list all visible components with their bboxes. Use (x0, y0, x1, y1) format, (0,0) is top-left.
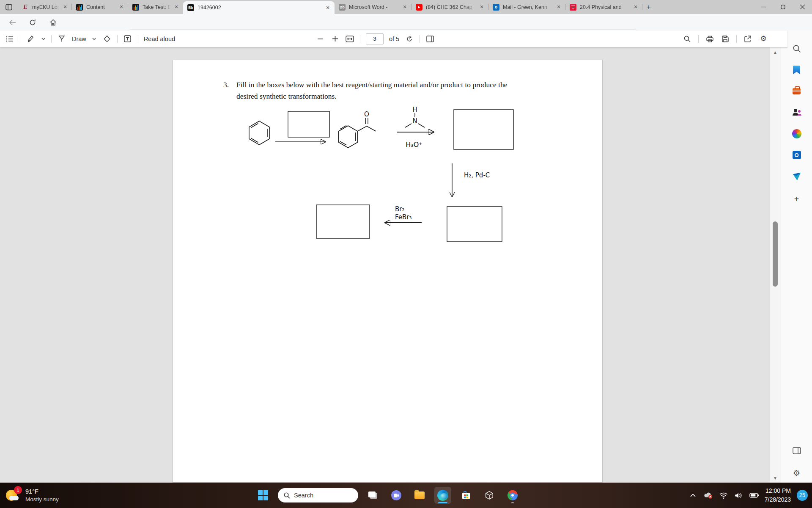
task-view-button[interactable] (365, 487, 381, 504)
page-number-input[interactable] (366, 33, 384, 44)
highlight-dropdown-chevron-icon[interactable] (41, 33, 46, 44)
windows-taskbar: 1 91°F Mostly sunny Search (0, 483, 812, 508)
window-restore-button[interactable] (773, 0, 793, 14)
tab-actions-icon (5, 3, 13, 11)
bromine-label: Br₂ (395, 205, 404, 213)
weather-badge: 1 (14, 486, 22, 494)
store-icon (461, 491, 471, 500)
clock-widget[interactable]: 12:00 PM 7/28/2023 (765, 486, 791, 504)
erase-button[interactable] (102, 33, 112, 44)
read-aloud-button[interactable]: Read aloud (144, 36, 175, 42)
sidebar-copilot-button[interactable] (790, 64, 803, 76)
sidebar-add-button[interactable]: + (790, 193, 803, 205)
tab-mcgraw-hill[interactable]: 20.4 Physical and ✕ (565, 0, 642, 14)
tab-content[interactable]: Content ✕ (72, 0, 128, 14)
pdf-settings-button[interactable]: ⚙ (759, 33, 768, 44)
rotate-button[interactable] (405, 33, 414, 44)
scroll-up-icon[interactable]: ▲ (770, 48, 781, 56)
outlook-favicon-icon: o (493, 4, 499, 11)
close-tab-icon[interactable]: ✕ (118, 4, 125, 11)
tab-title: Mail - Green, Kenn (503, 4, 553, 10)
close-tab-icon[interactable]: ✕ (173, 4, 180, 11)
edge-sidebar: O + ⚙ (781, 30, 812, 483)
people-icon (792, 108, 802, 116)
open-external-button[interactable] (743, 33, 752, 44)
draw-label[interactable]: Draw (72, 36, 86, 42)
carbonyl-oxygen-label: O (364, 110, 369, 118)
tray-chevron-button[interactable] (689, 491, 698, 500)
close-tab-icon[interactable]: ✕ (478, 4, 485, 11)
battery-button[interactable] (749, 491, 759, 500)
zoom-out-button[interactable] (315, 33, 325, 44)
dev-box-button[interactable] (481, 487, 498, 504)
highlight-button[interactable] (26, 33, 35, 44)
window-minimize-button[interactable] (754, 0, 773, 14)
weather-widget[interactable]: 1 91°F Mostly sunny (6, 484, 59, 506)
volume-button[interactable] (734, 491, 743, 500)
edge-icon (437, 490, 448, 501)
tab-title: 20.4 Physical and (580, 4, 630, 10)
sidebar-discover-button[interactable] (790, 127, 803, 140)
save-button[interactable] (721, 33, 730, 44)
add-text-button[interactable] (123, 33, 132, 44)
close-tab-icon[interactable]: ✕ (632, 4, 639, 11)
home-button[interactable] (46, 16, 60, 29)
edge-browser-button[interactable] (434, 487, 451, 504)
close-tab-icon[interactable]: ✕ (324, 4, 331, 11)
wifi-button[interactable] (719, 491, 728, 500)
tab-microsoft-word[interactable]: Bb Microsoft Word - ✕ (335, 0, 411, 14)
microsoft-store-button[interactable] (458, 487, 475, 504)
speaker-icon (735, 492, 743, 499)
battery-icon (749, 493, 759, 498)
page-view-button[interactable] (425, 33, 435, 44)
sidebar-outlook-button[interactable]: O (790, 149, 803, 161)
answer-box-product-2 (447, 207, 502, 242)
sidebar-people-button[interactable] (790, 106, 803, 119)
blackboard-bb-gray-favicon-icon: Bb (339, 4, 346, 11)
fit-to-width-button[interactable] (345, 33, 354, 44)
table-of-contents-button[interactable] (5, 33, 14, 44)
sidebar-toolbox-button[interactable] (790, 85, 803, 97)
benzene-structure (249, 121, 269, 145)
tab-actions-menu-button[interactable] (0, 0, 18, 14)
youtube-favicon-icon (416, 4, 422, 11)
tab-title: 19426002 (198, 5, 322, 11)
tab-outlook-mail[interactable]: o Mail - Green, Kenn ✕ (488, 0, 565, 14)
sidebar-panel-button[interactable] (790, 444, 803, 457)
scroll-down-icon[interactable]: ▼ (770, 474, 781, 482)
search-icon (284, 492, 290, 499)
close-tab-icon[interactable]: ✕ (555, 4, 562, 11)
draw-dropdown-chevron-icon[interactable] (92, 33, 97, 44)
save-icon (722, 36, 729, 42)
tab-take-test[interactable]: Take Test: Exam 2 ✕ (128, 0, 183, 14)
answer-box-product-3 (316, 205, 370, 238)
file-explorer-button[interactable] (411, 487, 428, 504)
tab-title: Content (86, 4, 115, 10)
search-document-button[interactable] (683, 33, 692, 44)
sidebar-search-button[interactable] (790, 42, 803, 55)
onedrive-status-button[interactable] (704, 491, 713, 500)
back-button[interactable] (5, 16, 19, 29)
scrollbar-thumb[interactable] (773, 221, 778, 287)
zoom-in-button[interactable] (330, 33, 340, 44)
draw-button[interactable] (57, 33, 66, 44)
notification-count-badge[interactable]: 25 (797, 490, 808, 501)
sidebar-settings-button[interactable]: ⚙ (790, 467, 803, 479)
chrome-button[interactable] (504, 487, 521, 504)
refresh-button[interactable] (25, 16, 40, 29)
tab-youtube-che362[interactable]: (84) CHE 362 Chap ✕ (411, 0, 488, 14)
start-button[interactable] (255, 487, 272, 504)
tab-myeku-login[interactable]: E myEKU Login Link ✕ (18, 0, 72, 14)
close-tab-icon[interactable]: ✕ (62, 4, 69, 11)
sidebar-drop-button[interactable] (790, 170, 803, 183)
chat-button[interactable] (388, 487, 405, 504)
tab-pdf-19426002-active[interactable]: Bb 19426002 ✕ (183, 1, 335, 14)
print-button[interactable] (705, 33, 714, 44)
pdf-toolbar: Draw Read aloud of 5 (0, 30, 787, 47)
taskbar-search[interactable]: Search (278, 488, 358, 502)
blackboard-bars-favicon-icon (76, 4, 83, 11)
new-tab-button[interactable]: + (642, 0, 655, 14)
vertical-scrollbar[interactable]: ▲ ▼ (770, 47, 781, 483)
window-close-button[interactable] (793, 0, 812, 14)
close-tab-icon[interactable]: ✕ (401, 4, 408, 11)
